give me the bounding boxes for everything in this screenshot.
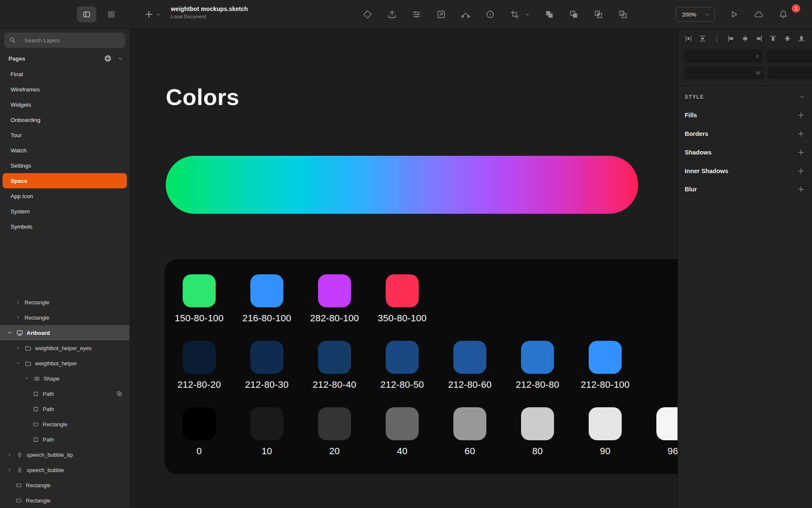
- chevron-right-icon[interactable]: [15, 315, 21, 320]
- color-swatch[interactable]: [453, 341, 486, 374]
- color-swatch[interactable]: [656, 407, 678, 440]
- swatch-panel[interactable]: 150-80-100216-80-100282-80-100350-80-100…: [165, 259, 678, 474]
- color-swatch[interactable]: [250, 274, 283, 307]
- canvas-title-text[interactable]: Colors: [166, 84, 239, 110]
- color-swatch[interactable]: [318, 341, 351, 374]
- blend-tool-button[interactable]: [362, 9, 373, 20]
- scale-button[interactable]: [436, 9, 447, 20]
- style-section-fills[interactable]: Fills: [678, 105, 812, 124]
- chevron-right-icon[interactable]: [7, 452, 13, 458]
- style-section-header[interactable]: STYLE: [678, 88, 812, 105]
- layer-row[interactable]: weightbot_helper_eyes: [0, 340, 129, 356]
- chevron-right-icon[interactable]: [15, 345, 21, 351]
- add-page-button[interactable]: [104, 54, 112, 63]
- add-shadows-button[interactable]: [797, 148, 805, 157]
- search-layers-input[interactable]: [4, 33, 125, 48]
- align-right-button[interactable]: [754, 34, 764, 43]
- layer-row[interactable]: Rectangle: [0, 310, 129, 325]
- color-swatch[interactable]: [318, 407, 351, 440]
- sidebar-page-watch[interactable]: Watch: [3, 143, 127, 158]
- color-swatch[interactable]: [589, 407, 622, 440]
- add-inner-shadows-button[interactable]: [797, 167, 805, 175]
- grid-view-toggle[interactable]: [102, 6, 121, 22]
- sidebar-page-wireframes[interactable]: Wireframes: [3, 82, 127, 97]
- layer-row[interactable]: weigthbot_helper: [0, 356, 129, 371]
- width-input[interactable]: [688, 70, 753, 76]
- color-swatch[interactable]: [183, 274, 216, 307]
- export-button[interactable]: [387, 9, 398, 20]
- intersect-button[interactable]: [593, 9, 604, 20]
- distribute-horizontal-button[interactable]: [684, 34, 693, 43]
- height-field[interactable]: H: [768, 66, 812, 79]
- style-section-borders[interactable]: Borders: [678, 124, 812, 143]
- layer-row[interactable]: Rectangle: [0, 478, 129, 493]
- layer-row[interactable]: Path: [0, 432, 129, 447]
- y-field[interactable]: Y: [766, 50, 812, 63]
- add-borders-button[interactable]: [797, 130, 805, 138]
- color-swatch[interactable]: [183, 341, 216, 374]
- layer-row[interactable]: Path: [0, 401, 129, 417]
- align-center-horizontal-button[interactable]: [741, 34, 750, 43]
- chevron-down-icon[interactable]: [7, 330, 13, 336]
- sidebar-page-onboarding[interactable]: Onboarding: [3, 112, 127, 127]
- color-swatch[interactable]: [521, 407, 554, 440]
- layer-list-view-toggle[interactable]: [77, 6, 96, 22]
- style-section-inner-shadows[interactable]: Inner Shadows: [678, 161, 812, 180]
- sidebar-page-tour[interactable]: Tour: [3, 127, 127, 143]
- distribute-vertical-button[interactable]: [698, 34, 707, 43]
- align-top-button[interactable]: [768, 34, 778, 43]
- color-swatch[interactable]: [250, 407, 283, 440]
- zoom-select[interactable]: 200%: [676, 7, 715, 22]
- chevron-right-icon[interactable]: [7, 467, 13, 473]
- color-swatch[interactable]: [521, 341, 554, 374]
- layer-row[interactable]: Path: [0, 386, 129, 401]
- chevron-right-icon[interactable]: [15, 299, 21, 305]
- align-left-button[interactable]: [726, 34, 735, 43]
- chevron-down-icon[interactable]: [16, 38, 21, 43]
- color-swatch[interactable]: [318, 274, 351, 307]
- height-input[interactable]: [771, 70, 812, 76]
- layer-row[interactable]: Artboard: [0, 325, 129, 340]
- sliders-button[interactable]: [411, 9, 422, 20]
- bell-button[interactable]: [777, 8, 789, 20]
- chevron-down-icon[interactable]: [24, 375, 30, 381]
- insert-menu[interactable]: [144, 0, 161, 29]
- color-swatch[interactable]: [250, 341, 283, 374]
- style-section-shadows[interactable]: Shadows: [678, 143, 812, 161]
- rotate-copies-button[interactable]: [485, 9, 496, 20]
- sidebar-page-specs[interactable]: Specs: [3, 173, 127, 188]
- difference-button[interactable]: [617, 9, 628, 20]
- chevron-down-icon[interactable]: [15, 360, 21, 366]
- notification-badge[interactable]: 1: [792, 4, 800, 13]
- color-swatch[interactable]: [183, 407, 216, 440]
- play-button[interactable]: [728, 8, 740, 20]
- sidebar-page-settings[interactable]: Settings: [3, 158, 127, 173]
- chevron-down-button[interactable]: [524, 9, 530, 20]
- x-field[interactable]: X: [684, 50, 763, 63]
- style-section-blur[interactable]: Blur: [678, 180, 812, 199]
- gradient-pill[interactable]: [166, 156, 638, 214]
- subtract-button[interactable]: [568, 9, 579, 20]
- color-swatch[interactable]: [386, 274, 419, 307]
- layer-row[interactable]: Rectangle: [0, 493, 129, 508]
- y-input[interactable]: [770, 53, 812, 59]
- color-swatch[interactable]: [589, 341, 622, 374]
- cloud-button[interactable]: [753, 8, 765, 20]
- add-blur-button[interactable]: [797, 185, 805, 193]
- layer-row[interactable]: Shape: [0, 371, 129, 386]
- width-field[interactable]: W: [684, 66, 764, 79]
- align-middle-button[interactable]: [783, 34, 792, 43]
- collapse-pages-icon[interactable]: [117, 55, 123, 62]
- align-bottom-button[interactable]: [797, 34, 806, 43]
- canvas[interactable]: Colors 150-80-100216-80-100282-80-100350…: [129, 29, 678, 508]
- layer-row[interactable]: Rectangle: [0, 417, 129, 432]
- frame-tool-button[interactable]: [509, 9, 520, 20]
- sidebar-page-system[interactable]: System: [3, 204, 127, 219]
- color-swatch[interactable]: [386, 341, 419, 374]
- layer-row[interactable]: Rectangle: [0, 295, 129, 310]
- layer-row[interactable]: speech_bubble: [0, 462, 129, 478]
- sidebar-page-widgets[interactable]: Widgets: [3, 97, 127, 112]
- sidebar-page-symbols[interactable]: Symbols: [3, 219, 127, 234]
- edit-vector-button[interactable]: [460, 9, 471, 20]
- color-swatch[interactable]: [386, 407, 419, 440]
